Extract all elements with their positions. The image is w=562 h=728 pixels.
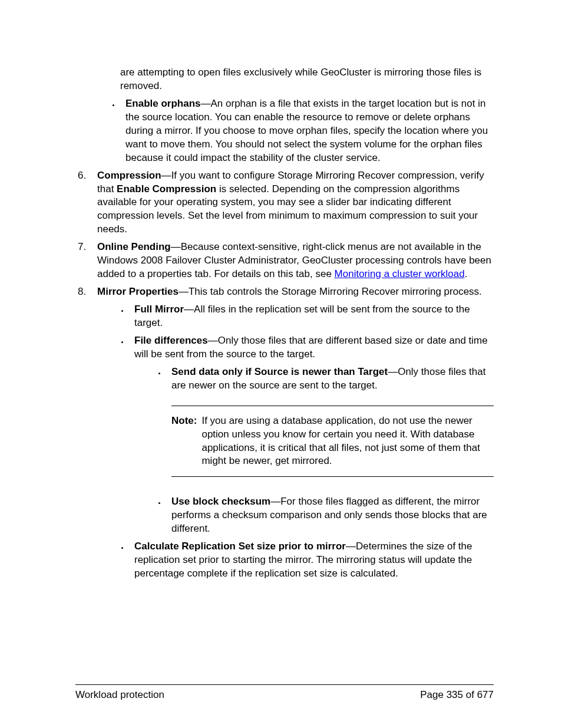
continuation-text: are attempting to open files exclusively… — [120, 66, 494, 93]
definition: —All files in the replication set will b… — [134, 304, 470, 328]
term: Online Pending — [97, 241, 171, 252]
term: Enable orphans — [125, 98, 201, 109]
text-part: —This tab controls the Storage Mirroring… — [178, 286, 482, 297]
term: Compression — [97, 170, 161, 181]
list-item: File differences—Only those files that a… — [129, 334, 494, 536]
note-text: If you are using a database application,… — [201, 414, 494, 469]
list-item: Enable orphans—An orphan is a file that … — [120, 97, 494, 165]
link-monitoring-cluster[interactable]: Monitoring a cluster workload — [335, 268, 465, 279]
term: Full Mirror — [134, 304, 184, 315]
list-item: Send data only if Source is newer than T… — [166, 365, 494, 492]
list-item: Use block checksum—For those files flagg… — [166, 495, 494, 536]
footer-page-number: Page 335 of 677 — [420, 689, 494, 702]
note-label: Note: — [171, 414, 201, 469]
term: Calculate Replication Set size prior to … — [134, 541, 346, 552]
term: Mirror Properties — [97, 286, 178, 297]
term: File differences — [134, 335, 208, 346]
list-item: Online Pending—Because context-sensitive… — [89, 241, 494, 281]
list-item: Mirror Properties—This tab controls the … — [89, 285, 494, 581]
term: Send data only if Source is newer than T… — [171, 366, 388, 377]
list-item: Full Mirror—All files in the replication… — [129, 303, 494, 330]
list-item: Compression—If you want to configure Sto… — [89, 169, 494, 237]
footer-section: Workload protection — [75, 689, 164, 702]
term: Use block checksum — [171, 496, 270, 507]
page-content: are attempting to open files exclusively… — [0, 0, 562, 581]
text-part: . — [465, 268, 468, 279]
note-box: Note: If you are using a database applic… — [171, 406, 494, 477]
page-footer: Workload protection Page 335 of 677 — [75, 684, 494, 702]
list-item: Calculate Replication Set size prior to … — [129, 540, 494, 581]
term: Enable Compression — [117, 183, 216, 195]
